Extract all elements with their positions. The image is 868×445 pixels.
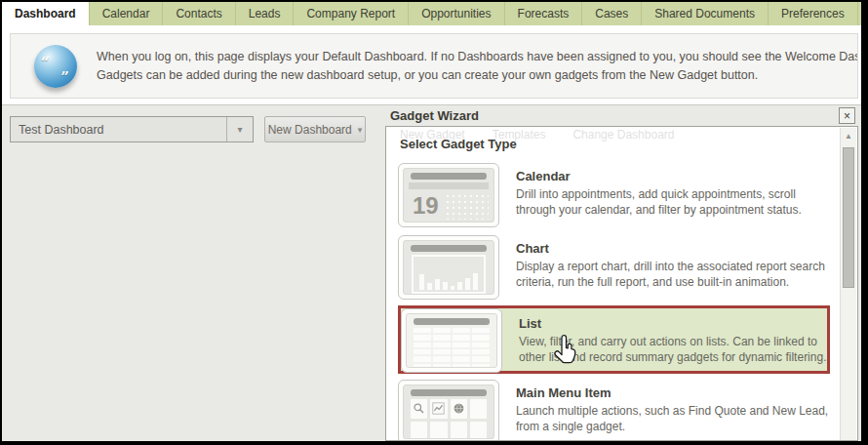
chevron-down-icon: ▾ bbox=[226, 117, 253, 142]
gadget-title: Main Menu Item bbox=[516, 385, 830, 400]
dropdown-arrow-icon: ▾ bbox=[358, 125, 363, 135]
gadget-wizard-panel: Gadget Wizard × New Gadget Templates Cha… bbox=[381, 104, 861, 441]
main-content: Test Dashboard ▾ New Dashboard ▾ Gadget … bbox=[2, 104, 861, 441]
tab-leads[interactable]: Leads bbox=[236, 2, 295, 25]
dashboard-panel: Test Dashboard ▾ New Dashboard ▾ bbox=[2, 104, 381, 441]
tab-company-report[interactable]: Company Report bbox=[294, 2, 409, 25]
scroll-up-arrow-icon[interactable]: ▲ bbox=[841, 128, 856, 144]
calendar-icon: 19 bbox=[398, 163, 499, 227]
gadget-text: Calendar Drill into appointments, add qu… bbox=[516, 163, 830, 229]
line-chart-icon bbox=[430, 399, 447, 419]
list-table-grid bbox=[414, 328, 490, 368]
tab-groups[interactable]: Groups bbox=[858, 2, 868, 25]
icon-titlebar bbox=[411, 389, 487, 396]
gadget-title: Chart bbox=[516, 241, 830, 256]
gadget-option-main-menu-item[interactable]: Main Menu Item Launch multiple actions, … bbox=[398, 378, 830, 441]
chart-bars bbox=[412, 255, 486, 294]
dashboard-controls: Test Dashboard ▾ New Dashboard ▾ bbox=[10, 116, 381, 142]
bar-chart-icon bbox=[398, 235, 499, 300]
gadget-description: Drill into appointments, add quick appoi… bbox=[516, 186, 830, 218]
gadget-text: List View, filter, and carry out actions… bbox=[519, 308, 827, 371]
calendar-dot-grid bbox=[445, 193, 489, 220]
tab-preferences[interactable]: Preferences bbox=[769, 2, 858, 25]
tab-dashboard[interactable]: Dashboard bbox=[2, 2, 90, 25]
gadget-option-list-selected[interactable]: List View, filter, and carry out actions… bbox=[398, 305, 830, 374]
gadget-text: Main Menu Item Launch multiple actions, … bbox=[516, 380, 830, 441]
calendar-day-number: 19 bbox=[413, 191, 439, 221]
tab-contacts[interactable]: Contacts bbox=[163, 2, 235, 25]
tabbar-spacer bbox=[2, 25, 861, 33]
dashboard-select[interactable]: Test Dashboard ▾ bbox=[10, 116, 254, 142]
gadget-description: View, filter, and carry out actions on l… bbox=[519, 334, 827, 365]
wizard-scrollbar[interactable]: ▲ bbox=[840, 128, 856, 440]
tab-cases[interactable]: Cases bbox=[582, 2, 642, 25]
quote-close-glyph: ” bbox=[60, 72, 69, 82]
scrollbar-thumb[interactable] bbox=[843, 147, 854, 288]
tab-forecasts[interactable]: Forecasts bbox=[505, 2, 583, 25]
menu-button-grid bbox=[411, 399, 487, 439]
gadget-wizard-header: Gadget Wizard × bbox=[381, 105, 861, 126]
calendar-header-band bbox=[409, 182, 489, 189]
gadget-title: List bbox=[519, 316, 827, 331]
close-icon[interactable]: × bbox=[839, 107, 855, 124]
icon-titlebar bbox=[411, 245, 487, 252]
menu-grid-icon bbox=[398, 380, 499, 441]
gadget-title: Calendar bbox=[516, 169, 830, 183]
gadget-text: Chart Display a report chart, drill into… bbox=[516, 235, 830, 302]
new-dashboard-button[interactable]: New Dashboard ▾ bbox=[264, 116, 366, 142]
tab-opportunities[interactable]: Opportunities bbox=[409, 2, 504, 25]
gadget-description: Launch multiple actions, such as Find Qu… bbox=[516, 403, 830, 434]
tab-calendar[interactable]: Calendar bbox=[90, 2, 164, 25]
quote-open-glyph: “ bbox=[41, 58, 50, 67]
gadget-description: Display a report chart, drill into the a… bbox=[516, 259, 830, 290]
info-banner: “ ” When you log on, this page displays … bbox=[10, 33, 858, 99]
gadget-type-list: 19 Calendar Drill into appointments, add… bbox=[386, 161, 857, 441]
icon-titlebar bbox=[414, 318, 490, 325]
list-table-icon bbox=[401, 308, 502, 373]
tab-shared-documents[interactable]: Shared Documents bbox=[642, 2, 769, 25]
app-window: Dashboard Calendar Contacts Leads Compan… bbox=[0, 0, 868, 445]
new-dashboard-button-label: New Dashboard bbox=[268, 123, 352, 137]
speech-bubble-sphere-icon: “ ” bbox=[34, 45, 77, 88]
select-gadget-type-heading: Select Gadget Type bbox=[386, 127, 857, 153]
banner-line-2: Gadgets can be added during the new dash… bbox=[97, 66, 858, 85]
globe-icon bbox=[451, 399, 467, 419]
gadget-option-calendar[interactable]: 19 Calendar Drill into appointments, add… bbox=[398, 161, 830, 229]
gadget-wizard-title: Gadget Wizard bbox=[390, 108, 839, 123]
dashboard-select-value: Test Dashboard bbox=[11, 123, 226, 137]
gadget-wizard-body: New Gadget Templates Change Dashboard Se… bbox=[385, 126, 858, 441]
gadget-option-chart[interactable]: Chart Display a report chart, drill into… bbox=[398, 233, 830, 302]
search-icon bbox=[411, 399, 427, 419]
banner-line-1: When you log on, this page displays your… bbox=[97, 48, 858, 66]
banner-text: When you log on, this page displays your… bbox=[97, 48, 858, 85]
icon-titlebar bbox=[411, 173, 487, 180]
main-tab-bar: Dashboard Calendar Contacts Leads Compan… bbox=[2, 2, 861, 25]
